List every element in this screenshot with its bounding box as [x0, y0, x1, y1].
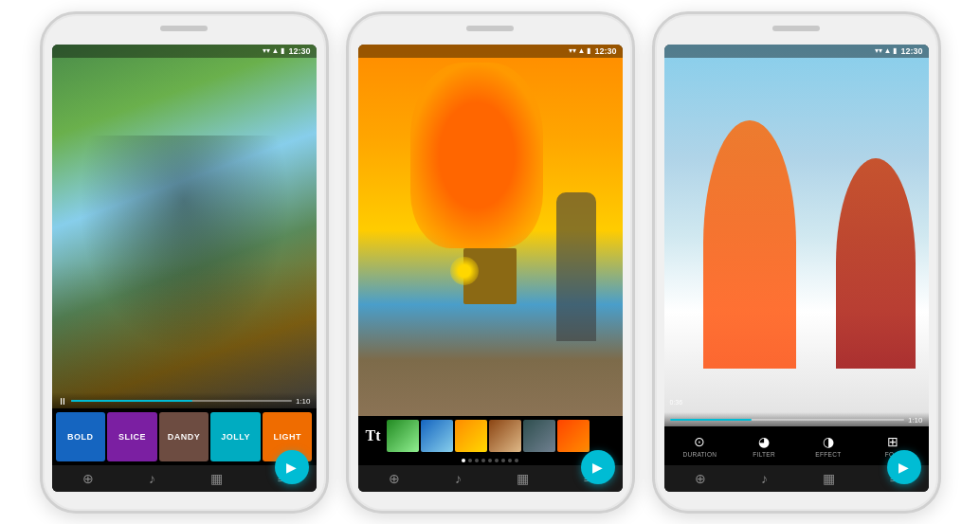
snow-person-1 — [703, 120, 796, 369]
video-area-2[interactable] — [358, 45, 623, 416]
effect-label: EFFECT — [815, 451, 841, 458]
film-icon-1[interactable]: ▦ — [210, 471, 223, 486]
phone-2-wrapper: ▾▾ ▲ ▮ 12:30 Tt — [346, 11, 635, 514]
film-icon-2[interactable]: ▦ — [517, 471, 529, 486]
music-icon-2[interactable]: ♪ — [455, 471, 462, 486]
video-bg-skate — [52, 45, 317, 408]
phone-2-screen: ▾▾ ▲ ▮ 12:30 Tt — [358, 45, 623, 492]
effect-filter[interactable]: ◕ FILTER — [732, 432, 796, 460]
filter-icon: ◕ — [758, 434, 770, 449]
signal-icon-3: ▲ — [884, 46, 892, 55]
dot-9 — [515, 459, 518, 462]
progress-bar-3[interactable] — [670, 419, 904, 421]
fab-button-1[interactable]: ▶ — [275, 450, 309, 484]
status-icons-2: ▾▾ ▲ ▮ — [569, 46, 591, 55]
bottom-toolbar-3: ⊕ ♪ ▦ ≡ ▶ — [664, 465, 929, 492]
dot-5 — [488, 459, 492, 462]
battery-icon-3: ▮ — [893, 46, 897, 55]
thumb-strip-2: Tt — [358, 416, 623, 456]
thumb-4[interactable] — [489, 420, 521, 452]
thumb-3[interactable] — [455, 420, 487, 452]
filter-bold[interactable]: BOLD — [56, 412, 106, 461]
dot-3 — [475, 459, 479, 462]
status-bar-2: ▾▾ ▲ ▮ 12:30 — [358, 45, 623, 58]
duration-label: DURATION — [682, 451, 717, 458]
dot-6 — [495, 459, 499, 462]
person-figure-2 — [556, 192, 596, 341]
signal-icon-2: ▲ — [578, 46, 586, 55]
snow-person-2 — [836, 158, 916, 369]
progress-bar-1[interactable] — [71, 400, 292, 402]
status-time-2: 12:30 — [594, 46, 616, 56]
status-time-3: 12:30 — [900, 46, 922, 56]
playback-bar-1: ⏸ 1:10 — [52, 392, 317, 408]
phone-3: ▾▾ ▲ ▮ 12:30 0:36 — [652, 11, 941, 514]
camera-icon-1: ▶ — [286, 460, 297, 475]
dot-8 — [508, 459, 512, 462]
battery-icon-1: ▮ — [281, 46, 284, 55]
filter-jolly[interactable]: Jolly — [210, 412, 261, 461]
progress-fill-1 — [71, 400, 192, 402]
wifi-icon-3: ▾▾ — [875, 46, 882, 55]
bottom-toolbar-1: ⊕ ♪ ▦ ≡ ▶ — [52, 465, 317, 492]
video-area-1[interactable]: ⏸ 1:10 — [52, 45, 317, 408]
effect-effect[interactable]: ◑ EFFECT — [796, 432, 861, 460]
effect-icon: ◑ — [823, 434, 834, 449]
dot-4 — [481, 459, 485, 462]
thumb-5[interactable] — [523, 420, 555, 452]
status-bar-3: ▾▾ ▲ ▮ 12:30 — [664, 45, 929, 58]
dot-1 — [462, 459, 465, 462]
add-clip-icon-1[interactable]: ⊕ — [82, 471, 94, 486]
dot-2 — [468, 459, 472, 462]
camera-icon-2: ▶ — [592, 460, 603, 475]
music-icon-3[interactable]: ♪ — [761, 471, 768, 486]
video-area-3[interactable]: 0:36 1:10 — [664, 45, 929, 426]
text-tool-icon[interactable]: Tt — [366, 427, 381, 444]
filter-dandy[interactable]: Dandy — [159, 412, 209, 461]
wifi-icon-2: ▾▾ — [569, 46, 576, 55]
status-icons-3: ▾▾ ▲ ▮ — [875, 46, 898, 55]
effect-duration[interactable]: ⊙ DURATION — [668, 432, 733, 460]
phone-1-screen: ▾▾ ▲ ▮ 12:30 ⏸ 1:1 — [52, 45, 317, 492]
status-bar-1: ▾▾ ▲ ▮ 12:30 — [52, 45, 317, 58]
phone-3-wrapper: ▾▾ ▲ ▮ 12:30 0:36 — [652, 11, 941, 514]
signal-icon-1: ▲ — [272, 46, 280, 55]
thumb-2[interactable] — [421, 420, 453, 452]
fab-button-3[interactable]: ▶ — [887, 450, 921, 484]
more-icon: ⊞ — [887, 434, 898, 449]
text-tool-area[interactable]: Tt — [362, 424, 385, 448]
video-bg-snow — [664, 45, 929, 426]
phone-3-screen: ▾▾ ▲ ▮ 12:30 0:36 — [664, 45, 929, 492]
filter-label: FILTER — [753, 451, 775, 458]
pause-icon-1[interactable]: ⏸ — [58, 396, 67, 407]
add-clip-icon-2[interactable]: ⊕ — [389, 471, 400, 486]
status-time-1: 12:30 — [288, 46, 310, 56]
time-start-3: 0:36 — [670, 399, 683, 406]
music-icon-1[interactable]: ♪ — [149, 471, 155, 486]
wifi-icon-1: ▾▾ — [263, 46, 270, 55]
bottom-toolbar-2: ⊕ ♪ ▦ ≡ ▶ — [358, 465, 623, 492]
phone-2: ▾▾ ▲ ▮ 12:30 Tt — [346, 11, 635, 514]
duration-icon: ⊙ — [694, 434, 705, 449]
film-icon-3[interactable]: ▦ — [823, 471, 835, 486]
thumb-1[interactable] — [387, 420, 419, 452]
battery-icon-2: ▮ — [587, 46, 590, 55]
add-clip-icon-3[interactable]: ⊕ — [695, 471, 706, 486]
time-label-1: 1:10 — [296, 397, 311, 406]
filter-strip-1: BOLD SLICE Dandy Jolly LIGHT — [52, 408, 317, 465]
time-label-3: 1:10 — [908, 416, 923, 425]
phone-1-wrapper: ▾▾ ▲ ▮ 12:30 ⏸ 1:1 — [40, 11, 329, 514]
filter-slice[interactable]: SLICE — [107, 412, 157, 461]
fab-button-2[interactable]: ▶ — [581, 450, 615, 484]
playback-bar-3: 1:10 — [664, 412, 929, 426]
thumb-6[interactable] — [557, 420, 590, 452]
video-bg-balloon — [358, 45, 623, 416]
skate-figure — [78, 136, 289, 353]
balloon-figure — [410, 63, 543, 248]
phone-1: ▾▾ ▲ ▮ 12:30 ⏸ 1:1 — [40, 11, 329, 514]
status-icons-1: ▾▾ ▲ ▮ — [263, 46, 285, 55]
progress-fill-3 — [670, 419, 753, 421]
camera-icon-3: ▶ — [898, 460, 909, 475]
dot-7 — [501, 459, 505, 462]
